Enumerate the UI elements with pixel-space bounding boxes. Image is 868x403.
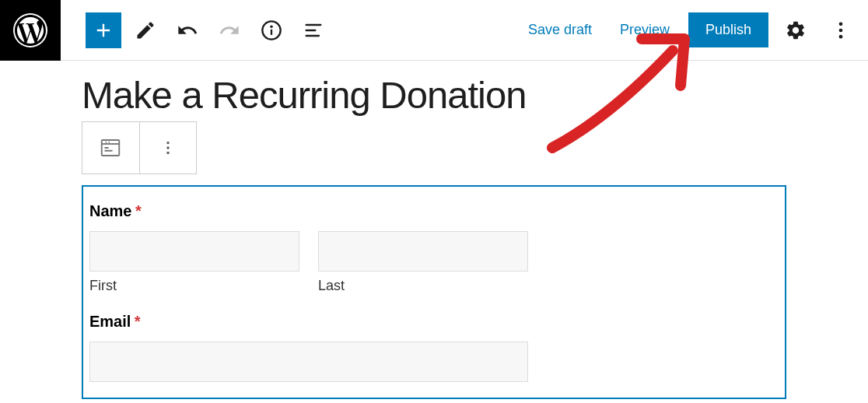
first-name-input[interactable] (89, 231, 299, 272)
name-field-group: Name * First Last (89, 202, 779, 294)
add-block-button[interactable] (86, 12, 121, 48)
publish-button[interactable]: Publish (688, 12, 768, 47)
svg-point-10 (166, 152, 169, 154)
svg-rect-3 (271, 29, 272, 34)
plus-icon (93, 19, 114, 41)
last-sublabel: Last (318, 278, 528, 294)
email-label: Email (89, 313, 131, 331)
undo-button[interactable] (170, 12, 205, 48)
redo-button[interactable] (212, 12, 247, 48)
form-icon (99, 136, 122, 159)
form-block[interactable]: Name * First Last Email * (82, 185, 786, 399)
required-indicator: * (135, 202, 142, 220)
undo-icon (177, 19, 198, 41)
svg-point-8 (166, 142, 169, 144)
more-vertical-icon (830, 19, 852, 41)
wordpress-icon (12, 12, 49, 49)
block-toolbar (82, 121, 197, 174)
svg-point-4 (839, 22, 843, 26)
details-button[interactable] (254, 12, 289, 48)
outline-icon (303, 19, 324, 41)
svg-point-2 (270, 25, 273, 28)
toolbar-right: Save draft Preview Publish (519, 12, 868, 48)
editor-content: Make a Recurring Donation Name * (0, 61, 868, 399)
block-type-button[interactable] (82, 122, 140, 173)
settings-button[interactable] (778, 12, 814, 48)
block-more-button[interactable] (140, 122, 197, 173)
svg-rect-7 (102, 140, 120, 156)
gear-icon (785, 19, 807, 41)
email-input[interactable] (89, 342, 528, 382)
required-indicator: * (135, 313, 141, 331)
preview-button[interactable]: Preview (611, 16, 679, 44)
wordpress-logo[interactable] (0, 0, 61, 61)
svg-point-5 (839, 28, 843, 32)
info-icon (261, 19, 282, 41)
svg-point-6 (839, 34, 843, 38)
pencil-icon (135, 19, 156, 41)
redo-icon (219, 19, 240, 41)
edit-mode-button[interactable] (128, 12, 163, 48)
email-field-group: Email * (89, 313, 779, 382)
more-vertical-icon (159, 139, 177, 156)
last-name-input[interactable] (318, 231, 528, 272)
name-label: Name (89, 202, 131, 220)
page-title[interactable]: Make a Recurring Donation (82, 73, 786, 117)
first-sublabel: First (89, 278, 299, 294)
editor-top-bar: Save draft Preview Publish (0, 0, 868, 61)
save-draft-button[interactable]: Save draft (519, 16, 601, 44)
toolbar-left (61, 12, 331, 48)
options-button[interactable] (823, 12, 859, 48)
svg-point-9 (166, 146, 169, 149)
list-view-button[interactable] (296, 12, 331, 48)
